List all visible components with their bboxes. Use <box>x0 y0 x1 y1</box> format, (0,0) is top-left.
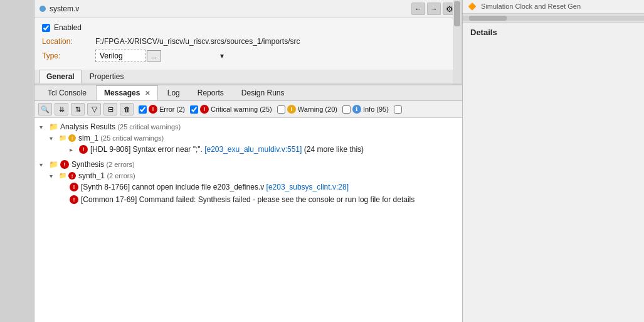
location-value: F:/FPGA-X/RISCV/u_riscv/u_riscv.srcs/sou… <box>95 37 300 46</box>
type-input[interactable] <box>95 50 145 62</box>
enabled-checkbox[interactable] <box>42 24 50 32</box>
hdl-error-message: [HDL 9-806] Syntax error near ";". [e203… <box>90 145 364 154</box>
synth-error-2-icon: ! <box>70 195 78 204</box>
source-form-content: Enabled Location: F:/FPGA-X/RISCV/u_risc… <box>34 18 462 70</box>
synthesis-expander[interactable]: ▾ <box>40 161 47 168</box>
location-row: Location: F:/FPGA-X/RISCV/u_riscv/u_risc… <box>42 37 449 46</box>
other-filter <box>394 105 402 114</box>
analysis-results-count: (25 critical warnings) <box>117 123 181 131</box>
tab-tcl-console[interactable]: Tcl Console <box>40 85 95 100</box>
hdl-error-link[interactable]: [e203_exu_alu_muldiv.v:551] <box>204 145 302 154</box>
info-filter-label: Info (95) <box>363 105 389 113</box>
warning-filter: ! Warning (20) <box>277 105 337 114</box>
synth1-count: (2 errors) <box>107 172 135 180</box>
tab-general[interactable]: General <box>40 70 82 83</box>
synth1-group: ▾ 📁 ! synth_1 (2 errors) ! <box>34 169 462 207</box>
synthesis-group: ▾ 📁 ! Synthesis (2 errors) ▾ 📁 <box>34 158 462 208</box>
analysis-results-expander[interactable]: ▾ <box>40 124 47 131</box>
tab-messages[interactable]: Messages ✕ <box>96 85 158 100</box>
collapse-all-button[interactable]: ⇊ <box>55 103 68 115</box>
tab-properties[interactable]: Properties <box>83 70 131 83</box>
layout-button[interactable]: ⊟ <box>103 103 117 115</box>
tab-reports[interactable]: Reports <box>189 85 232 100</box>
right-panel: 🔶 Simulation Clock and Reset Gen Details <box>462 0 644 322</box>
location-label: Location: <box>42 37 95 46</box>
hdl-error-icon: ! <box>79 145 88 154</box>
type-row: Type: ... ▾ <box>42 50 449 62</box>
synth-error-1-link[interactable]: [e203_subsys_clint.v:28] <box>267 183 349 191</box>
scroll-track <box>463 16 644 21</box>
enabled-label: Enabled <box>54 23 82 32</box>
scrollbar-thumb <box>454 1 460 26</box>
file-name-label: system.v <box>50 4 409 13</box>
synth-error-1-row[interactable]: ! [Synth 8-1766] cannot open include fil… <box>65 182 462 192</box>
app-container: system.v ← → ⚙ Enabled Location: F:/FPGA… <box>0 0 644 322</box>
analysis-results-label: Analysis Results (25 critical warnings) <box>60 122 457 131</box>
info-icon: ℹ <box>352 105 361 114</box>
synthesis-folder-icon: 📁 <box>49 160 58 169</box>
delete-button[interactable]: 🗑 <box>120 103 134 115</box>
error-filter: ! Error (2) <box>139 105 185 114</box>
synth1-error-dot: ! <box>68 172 76 180</box>
warning-checkbox[interactable] <box>277 105 285 114</box>
dropdown-arrow[interactable]: ▾ <box>220 51 224 60</box>
source-editor-panel: system.v ← → ⚙ Enabled Location: F:/FPGA… <box>34 0 462 84</box>
analysis-results-folder-icon: 📁 <box>49 122 58 131</box>
type-label: Type: <box>42 51 95 60</box>
synth1-expander[interactable]: ▾ <box>50 173 57 180</box>
filter-button[interactable]: ▽ <box>87 103 101 115</box>
left-sidebar <box>0 0 34 322</box>
bottom-panel: Tcl Console Messages ✕ Log Reports Desig… <box>34 84 462 322</box>
synthesis-error-dot: ! <box>60 160 69 169</box>
sim1-row[interactable]: ▾ 📁 ! sim_1 (25 critical warnings) <box>45 133 462 143</box>
error-filter-label: Error (2) <box>159 105 185 113</box>
synthesis-row[interactable]: ▾ 📁 ! Synthesis (2 errors) <box>34 159 462 169</box>
synth1-label: synth_1 (2 errors) <box>78 171 457 180</box>
other-checkbox[interactable] <box>394 105 402 114</box>
right-panel-icon: 🔶 <box>468 3 477 10</box>
critical-warning-filter: ! Critical warning (25) <box>190 105 272 114</box>
hdl-error-row[interactable]: ▸ ! [HDL 9-806] Syntax error near ";". [… <box>65 144 462 154</box>
file-header-bar: system.v ← → ⚙ <box>34 0 462 18</box>
info-checkbox[interactable] <box>342 105 351 114</box>
error-checkbox[interactable] <box>139 105 147 114</box>
bottom-tabs-bar: Tcl Console Messages ✕ Log Reports Desig… <box>34 85 462 101</box>
synthesis-count: (2 errors) <box>106 161 134 168</box>
main-area: system.v ← → ⚙ Enabled Location: F:/FPGA… <box>34 0 462 322</box>
browse-button[interactable]: ... <box>147 50 161 62</box>
synthesis-label: Synthesis (2 errors) <box>71 160 457 169</box>
sim1-expander[interactable]: ▾ <box>50 135 57 142</box>
tab-log[interactable]: Log <box>159 85 188 100</box>
synth-error-1-message: [Synth 8-1766] cannot open include file … <box>81 183 349 191</box>
synth-error-2-row[interactable]: ! [Common 17-69] Command failed: Synthes… <box>65 195 462 205</box>
messages-content: ▾ 📁 Analysis Results (25 critical warnin… <box>34 118 462 322</box>
analysis-results-row[interactable]: ▾ 📁 Analysis Results (25 critical warnin… <box>34 122 462 132</box>
critical-warning-checkbox[interactable] <box>190 105 198 114</box>
right-panel-header: 🔶 Simulation Clock and Reset Gen <box>463 0 644 14</box>
synth1-row[interactable]: ▾ 📁 ! synth_1 (2 errors) <box>45 171 462 181</box>
sim1-folder-icon: 📁 <box>59 134 66 142</box>
sim1-warning-dot: ! <box>68 134 76 142</box>
messages-toolbar: 🔍 ⇊ ⇅ ▽ ⊟ 🗑 ! Error (2) ! Critical warni… <box>34 101 462 118</box>
right-panel-title: Simulation Clock and Reset Gen <box>481 3 581 10</box>
forward-button[interactable]: → <box>427 3 441 15</box>
tab-design-runs[interactable]: Design Runs <box>233 85 293 100</box>
sim1-group: ▾ 📁 ! sim_1 (25 critical warnings) ▸ <box>34 132 462 157</box>
right-panel-scrollbar[interactable] <box>463 14 644 23</box>
hdl-error-expander: ▸ <box>70 146 77 153</box>
critical-warning-filter-label: Critical warning (25) <box>211 105 272 113</box>
search-button[interactable]: 🔍 <box>38 103 52 115</box>
back-button[interactable]: ← <box>411 3 425 15</box>
sim1-count: (25 critical warnings) <box>100 134 164 142</box>
synth-error-2-item: ! [Common 17-69] Command failed: Synthes… <box>45 193 462 206</box>
sim1-label: sim_1 (25 critical warnings) <box>78 134 457 142</box>
messages-tab-close[interactable]: ✕ <box>145 90 150 97</box>
vertical-scrollbar[interactable] <box>453 0 462 83</box>
error-icon: ! <box>149 105 157 114</box>
enabled-row: Enabled <box>42 23 449 32</box>
details-title: Details <box>470 28 636 37</box>
sort-button[interactable]: ⇅ <box>71 103 85 115</box>
synth-error-1-icon: ! <box>70 183 78 191</box>
synth1-folder-icon: 📁 <box>59 172 66 180</box>
form-tabs-bar: General Properties <box>34 70 462 83</box>
